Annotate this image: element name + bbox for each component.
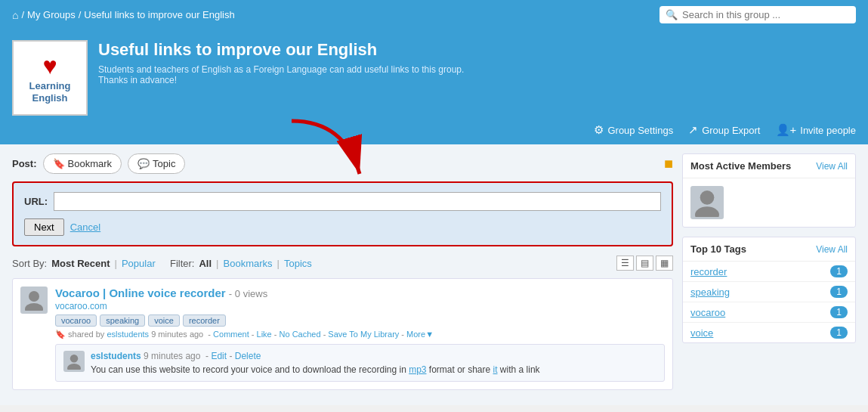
search-box: 🔍 bbox=[659, 6, 856, 23]
comment-avatar-icon bbox=[67, 353, 81, 370]
most-active-content bbox=[683, 178, 855, 227]
tag-link-recorder[interactable]: recorder bbox=[690, 266, 727, 277]
next-button[interactable]: Next bbox=[24, 218, 64, 236]
top-tags-list: recorder1speaking1vocaroo1voice1 bbox=[683, 262, 855, 342]
svg-point-4 bbox=[67, 364, 81, 370]
invite-people-label: Invite people bbox=[800, 125, 856, 136]
save-library-link[interactable]: Save To My Library bbox=[328, 330, 399, 339]
rss-icon: ■ bbox=[664, 155, 673, 172]
no-cached-link[interactable]: No Cached bbox=[280, 330, 321, 339]
home-icon[interactable]: ⌂ bbox=[12, 9, 18, 21]
view-compact-button[interactable]: ▤ bbox=[636, 256, 653, 271]
post-title-text: Vocaroo | Online voice recorder bbox=[55, 287, 226, 299]
url-form-container: URL: Next Cancel bbox=[12, 181, 673, 246]
search-input[interactable] bbox=[682, 9, 850, 20]
comment-content: eslstudents 9 minutes ago - Edit - Delet… bbox=[91, 351, 656, 375]
topic-icon: 💬 bbox=[137, 158, 150, 169]
url-form: URL: Next Cancel bbox=[12, 181, 673, 246]
bookmark-button[interactable]: 🔖 Bookmark bbox=[43, 153, 122, 174]
sort-popular[interactable]: Popular bbox=[122, 258, 156, 269]
topic-button[interactable]: 💬 Topic bbox=[128, 153, 185, 174]
filter-bookmarks[interactable]: Bookmarks bbox=[224, 258, 273, 269]
post-bar: Post: 🔖 Bookmark 💬 Topic ■ bbox=[12, 153, 673, 174]
mp3-link[interactable]: mp3 bbox=[409, 364, 426, 375]
content-right: Most Active Members View All Top 10 Tags… bbox=[682, 153, 856, 396]
export-icon: ↗ bbox=[688, 123, 698, 137]
view-icons: ☰ ▤ ▦ bbox=[616, 256, 673, 271]
tag-row: vocaroo1 bbox=[683, 302, 855, 323]
form-buttons: Next Cancel bbox=[24, 218, 661, 236]
svg-point-2 bbox=[25, 303, 43, 311]
group-logo-text: LearningEnglish bbox=[29, 80, 71, 104]
sort-most-recent[interactable]: Most Recent bbox=[51, 258, 110, 269]
top-tags-view-all[interactable]: View All bbox=[816, 244, 848, 255]
filter-topics[interactable]: Topics bbox=[284, 258, 312, 269]
group-banner-top: ♥ LearningEnglish Useful links to improv… bbox=[12, 40, 856, 116]
post-item: Vocaroo | Online voice recorder - 0 view… bbox=[12, 278, 673, 390]
post-label: Post: bbox=[12, 158, 37, 169]
invite-people-link[interactable]: 👤+ Invite people bbox=[776, 123, 857, 137]
most-active-view-all[interactable]: View All bbox=[816, 161, 848, 172]
content-left: Post: 🔖 Bookmark 💬 Topic ■ bbox=[12, 153, 673, 396]
view-list-button[interactable]: ☰ bbox=[616, 256, 634, 271]
post-author-link[interactable]: eslstudents bbox=[107, 330, 149, 339]
search-icon: 🔍 bbox=[666, 9, 678, 20]
comment-link[interactable]: Comment bbox=[213, 330, 249, 339]
breadcrumb-sep1: / bbox=[21, 9, 24, 20]
group-title: Useful links to improve our English bbox=[98, 40, 856, 60]
tag-count-voice: 1 bbox=[830, 327, 848, 339]
tag-speaking[interactable]: speaking bbox=[100, 314, 145, 327]
post-url: vocaroo.com bbox=[55, 301, 665, 311]
most-active-members-box: Most Active Members View All bbox=[682, 153, 856, 228]
tag-vocaroo[interactable]: vocaroo bbox=[55, 314, 97, 327]
group-banner: ♥ LearningEnglish Useful links to improv… bbox=[0, 29, 868, 144]
delete-link[interactable]: Delete bbox=[235, 351, 261, 361]
breadcrumb: ⌂ / My Groups / Useful links to improve … bbox=[12, 9, 235, 21]
comment-text-after: with a link bbox=[498, 364, 540, 375]
tag-link-speaking[interactable]: speaking bbox=[690, 287, 730, 298]
url-input[interactable] bbox=[54, 192, 661, 211]
invite-icon: 👤+ bbox=[776, 123, 797, 137]
top-tags-header: Top 10 Tags View All bbox=[683, 237, 855, 262]
avatar-silhouette-icon bbox=[25, 290, 43, 311]
bookmark-icon: 🔖 bbox=[53, 158, 65, 169]
svg-point-6 bbox=[695, 206, 719, 217]
view-grid-button[interactable]: ▦ bbox=[656, 256, 673, 271]
more-link[interactable]: More▼ bbox=[406, 330, 434, 339]
filter-all[interactable]: All bbox=[199, 258, 212, 269]
group-info: Useful links to improve our English Stud… bbox=[98, 40, 856, 85]
tag-voice[interactable]: voice bbox=[148, 314, 180, 327]
post-content: Vocaroo | Online voice recorder - 0 view… bbox=[55, 287, 665, 382]
group-export-link[interactable]: ↗ Group Export bbox=[688, 123, 760, 137]
tag-recorder[interactable]: recorder bbox=[183, 314, 226, 327]
post-title-link[interactable]: Vocaroo | Online voice recorder - 0 view… bbox=[55, 287, 267, 299]
like-link[interactable]: Like bbox=[257, 330, 272, 339]
comment-text-before: You can use this website to record your … bbox=[91, 364, 409, 375]
shared-icon: 🔖 bbox=[55, 330, 66, 339]
post-tags: vocaroo speaking voice recorder bbox=[55, 314, 665, 327]
top-tags-box: Top 10 Tags View All recorder1speaking1v… bbox=[682, 237, 856, 343]
settings-icon: ⚙ bbox=[594, 123, 604, 137]
top-tags-title: Top 10 Tags bbox=[690, 243, 746, 255]
filter-label: Filter: bbox=[170, 258, 195, 269]
post-meta: 🔖 shared by eslstudents 9 minutes ago - … bbox=[55, 330, 665, 339]
cancel-button[interactable]: Cancel bbox=[70, 221, 100, 233]
comment-avatar bbox=[63, 351, 85, 372]
tag-row: recorder1 bbox=[683, 262, 855, 282]
comment-text-middle: format or share bbox=[427, 364, 493, 375]
comment-author-link[interactable]: eslstudents bbox=[91, 351, 141, 361]
group-logo: ♥ LearningEnglish bbox=[12, 40, 88, 116]
group-description: Students and teachers of English as a Fo… bbox=[98, 64, 476, 85]
header-top: ⌂ / My Groups / Useful links to improve … bbox=[0, 0, 868, 29]
edit-link[interactable]: Edit bbox=[211, 351, 227, 361]
tag-link-vocaroo[interactable]: vocaroo bbox=[690, 307, 725, 318]
tag-link-voice[interactable]: voice bbox=[690, 327, 713, 339]
tag-row: voice1 bbox=[683, 323, 855, 342]
group-settings-link[interactable]: ⚙ Group Settings bbox=[594, 123, 673, 137]
sort-by-label: Sort By: bbox=[12, 258, 47, 269]
group-settings-label: Group Settings bbox=[607, 125, 673, 136]
post-time: 9 minutes ago bbox=[151, 330, 203, 339]
svg-point-1 bbox=[29, 291, 39, 302]
group-banner-actions: ⚙ Group Settings ↗ Group Export 👤+ Invit… bbox=[12, 116, 856, 144]
breadcrumb-my-groups[interactable]: My Groups bbox=[27, 9, 76, 20]
